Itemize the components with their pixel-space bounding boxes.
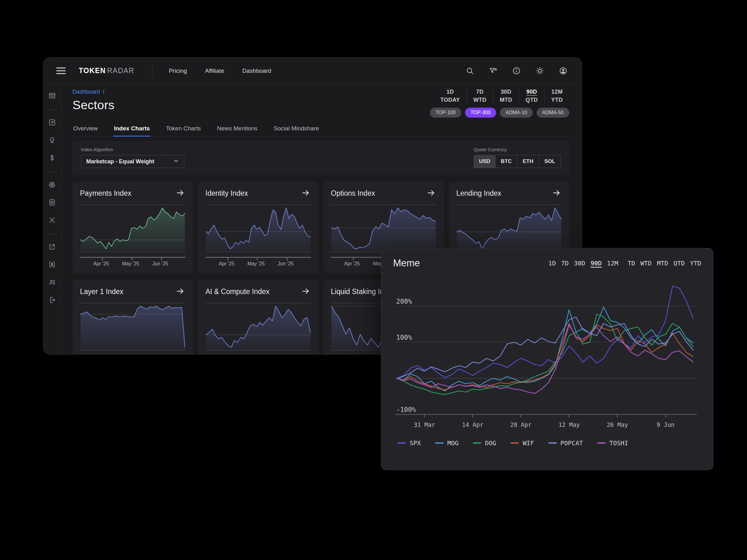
breadcrumb: Dashboard/ (73, 89, 114, 95)
external-link-icon (48, 243, 56, 252)
modal-range-td[interactable]: TD (627, 260, 635, 267)
nav-item-pricing[interactable]: Pricing (169, 68, 187, 74)
users-icon (48, 278, 56, 288)
menu-icon[interactable] (56, 68, 66, 74)
series-popcat (397, 317, 693, 378)
open-lending-index-button[interactable] (551, 188, 562, 199)
document-icon (48, 198, 56, 208)
modal-range-wtd[interactable]: WTD (641, 260, 652, 267)
account-button[interactable] (559, 66, 567, 75)
quote-currency-group: USDBTCETHSOL (474, 155, 561, 168)
legend-swatch (548, 443, 557, 444)
range-column-7d: 7DWTD (467, 89, 493, 103)
range-wtd[interactable]: WTD (473, 97, 487, 103)
quote-btc[interactable]: BTC (495, 155, 517, 168)
sidebar-item-users[interactable] (48, 278, 56, 288)
range-today[interactable]: TODAY (440, 97, 460, 103)
tab-overview[interactable]: Overview (73, 122, 98, 136)
open-options-index-button[interactable] (426, 188, 436, 199)
sidebar-item-logout[interactable] (48, 296, 56, 305)
badge-adma-10[interactable]: ADMA-10 (500, 108, 533, 117)
breadcrumb-dashboard-link[interactable]: Dashboard (73, 89, 100, 95)
algorithm-select[interactable]: Marketcap - Equal Weight (81, 155, 184, 168)
x-label: May '25 (248, 261, 265, 267)
legend-popcat[interactable]: POPCAT (548, 439, 583, 447)
modal-range-90d[interactable]: 90D (590, 260, 602, 267)
open-identity-index-button[interactable] (300, 188, 311, 199)
modal-range-30d[interactable]: 30D (574, 260, 585, 267)
tab-news-mentions[interactable]: News Mentions (216, 122, 258, 136)
range-90d[interactable]: 90D (526, 89, 537, 95)
chevron-down-icon (173, 157, 180, 165)
card-title: Layer 1 Index (80, 288, 123, 296)
globe-icon (48, 136, 56, 145)
open-payments-index-button[interactable] (175, 188, 185, 199)
sidebar-item-token-price[interactable] (48, 261, 56, 270)
range-1d[interactable]: 1D (446, 89, 454, 95)
legend-spx[interactable]: SPX (397, 439, 421, 447)
modal-range-ytd[interactable]: YTD (690, 260, 701, 267)
sidebar-item-x-twitter[interactable] (48, 216, 56, 225)
badge-top-100[interactable]: TOP-100 (430, 108, 461, 117)
range-7d[interactable]: 7D (476, 89, 484, 95)
badge-adma-50[interactable]: ADMA-50 (537, 108, 569, 117)
arrow-right-icon (301, 188, 310, 198)
quote-usd[interactable]: USD (474, 155, 495, 168)
light-mode-button[interactable] (536, 66, 544, 75)
card-title: Lending Index (456, 189, 501, 197)
open-layer-1-index-button[interactable] (175, 286, 185, 297)
sidebar-item-dashboard[interactable] (48, 92, 56, 101)
search-button[interactable] (466, 66, 474, 75)
tab-token-charts[interactable]: Token Charts (165, 122, 201, 136)
algorithm-value: Marketcap - Equal Weight (86, 158, 154, 165)
sidebar-divider (48, 234, 57, 234)
x-label: Jun '25 (278, 261, 293, 267)
filter-x-icon (489, 66, 497, 75)
meme-legend: SPXMOGDOGWIFPOPCATTOSHI (393, 439, 701, 447)
card-x-axis (205, 257, 311, 260)
legend-label: WIF (522, 439, 534, 447)
legend-wif[interactable]: WIF (511, 439, 534, 447)
card-layer-1-index: Layer 1 Index Apr '25May '25Jun '25 (73, 280, 193, 355)
nav-item-dashboard[interactable]: Dashboard (242, 68, 271, 74)
legend-toshi[interactable]: TOSHI (597, 439, 628, 447)
sidebar-item-sectors[interactable] (48, 118, 56, 128)
sidebar-item-external-link[interactable] (48, 243, 56, 252)
sector-sparkline (205, 204, 311, 252)
series-dog (397, 314, 693, 395)
quote-sol[interactable]: SOL (539, 155, 561, 168)
range-mtd[interactable]: MTD (500, 97, 512, 103)
open-ai-compute-index-button[interactable] (300, 286, 311, 297)
sidebar-divider (48, 109, 57, 110)
tab-index-charts[interactable]: Index Charts (113, 122, 150, 136)
range-12m[interactable]: 12M (551, 89, 562, 95)
sidebar-item-dollar[interactable] (48, 154, 56, 163)
radar-icon (48, 181, 56, 190)
range-30d[interactable]: 30D (501, 89, 511, 95)
quote-eth[interactable]: ETH (517, 155, 539, 168)
topbar-divider (152, 64, 153, 78)
legend-dog[interactable]: DOG (473, 439, 496, 447)
tab-social-mindshare[interactable]: Social Mindshare (273, 122, 320, 136)
info-button[interactable] (512, 66, 521, 75)
nav-item-affiliate[interactable]: Affiliate (205, 68, 225, 74)
sidebar-item-globe[interactable] (48, 136, 56, 145)
filter-x-button[interactable] (489, 66, 497, 75)
badge-top-300[interactable]: TOP-300 (465, 108, 496, 117)
modal-range-7d[interactable]: 7D (561, 260, 569, 267)
modal-range-mtd[interactable]: MTD (657, 260, 668, 267)
range-qtd[interactable]: QTD (526, 97, 538, 103)
filter-bar: Index Algorithm Marketcap - Equal Weight… (73, 141, 569, 175)
series-wif (397, 324, 693, 390)
sidebar-item-document[interactable] (48, 198, 56, 208)
modal-range-qtd[interactable]: QTD (673, 260, 685, 267)
sidebar-item-radar[interactable] (48, 181, 56, 190)
svg-text:9 Jun: 9 Jun (657, 421, 674, 428)
legend-label: MOG (447, 439, 459, 447)
legend-mog[interactable]: MOG (435, 439, 459, 447)
arrow-right-icon (427, 188, 436, 198)
modal-range-12m[interactable]: 12M (607, 260, 618, 267)
modal-range-1d[interactable]: 1D (548, 260, 556, 267)
range-ytd[interactable]: YTD (551, 97, 563, 103)
meme-chart[interactable]: 200%100%-100%31 Mar14 Apr28 Apr12 May26 … (393, 271, 701, 437)
